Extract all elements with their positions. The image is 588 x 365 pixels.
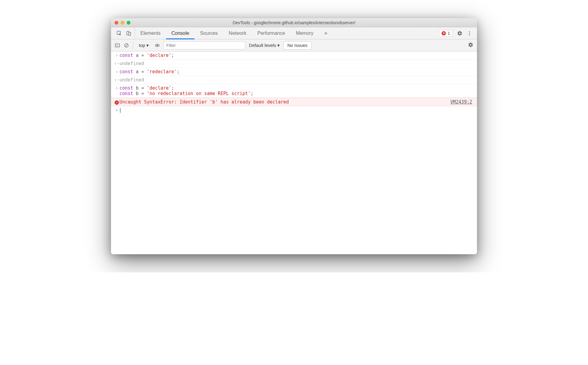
device-toggle-icon[interactable]: [126, 31, 132, 36]
tab-sources[interactable]: Sources: [194, 27, 223, 39]
svg-line-8: [125, 44, 128, 47]
console-row-error: ✕Uncaught SyntaxError: Identifier 'b' ha…: [111, 98, 477, 106]
svg-point-5: [469, 34, 470, 35]
traffic-lights: [111, 21, 130, 25]
live-expression-icon[interactable]: [155, 43, 160, 48]
titlebar: DevTools - googlechrome.github.io/sample…: [111, 18, 477, 27]
log-levels-selector[interactable]: Default levels ▾: [249, 43, 280, 48]
tabs-overflow-icon[interactable]: »: [319, 27, 333, 39]
devtools-window: DevTools - googlechrome.github.io/sample…: [111, 18, 477, 254]
console-row-input: ›const a = 'declare';: [111, 51, 477, 60]
svg-point-4: [469, 33, 470, 34]
svg-point-10: [157, 44, 158, 46]
console-row-input: ›const a = 'redeclare';: [111, 68, 477, 76]
tab-network[interactable]: Network: [223, 27, 252, 39]
chevron-down-icon: ▾: [277, 43, 280, 48]
tab-elements[interactable]: Elements: [135, 27, 166, 39]
error-icon: ✕: [115, 100, 119, 105]
console-body[interactable]: ›const a = 'declare';‹·undefined›const a…: [111, 51, 477, 254]
console-settings-icon[interactable]: [468, 42, 473, 48]
console-row-input: ›const b = 'declare'; const b = 'no rede…: [111, 84, 477, 98]
close-icon[interactable]: [115, 21, 118, 25]
settings-icon[interactable]: [457, 31, 462, 36]
maximize-icon[interactable]: [127, 21, 130, 25]
tab-list: Elements Console Sources Network Perform…: [135, 27, 333, 39]
levels-label: Default levels: [249, 43, 276, 48]
inspect-tools: [113, 27, 135, 39]
main-tabs: Elements Console Sources Network Perform…: [111, 27, 477, 39]
context-selector[interactable]: top ▾: [137, 41, 151, 50]
error-icon: ✕: [442, 31, 446, 35]
more-icon[interactable]: [467, 31, 472, 36]
console-toolbar: top ▾ Default levels ▾ No Issues: [111, 39, 477, 51]
tab-console[interactable]: Console: [166, 27, 195, 39]
chevron-down-icon: ▾: [146, 43, 149, 48]
clear-console-icon[interactable]: [124, 43, 129, 48]
error-badge[interactable]: ✕ 1: [439, 30, 453, 37]
svg-point-3: [469, 31, 470, 32]
window-title: DevTools - googlechrome.github.io/sample…: [111, 20, 477, 25]
tabs-right: ✕ 1: [439, 30, 475, 37]
inspect-element-icon[interactable]: [116, 31, 122, 36]
filter-input[interactable]: [164, 41, 245, 49]
error-source-link[interactable]: VM2439:2: [450, 99, 474, 105]
console-row-output: ‹·undefined: [111, 60, 477, 68]
error-count: 1: [448, 31, 450, 36]
context-label: top: [139, 43, 145, 48]
console-row-prompt: ›: [111, 106, 477, 114]
minimize-icon[interactable]: [121, 21, 124, 25]
issues-button[interactable]: No Issues: [283, 41, 312, 50]
tab-memory[interactable]: Memory: [290, 27, 319, 39]
svg-rect-2: [129, 32, 131, 35]
console-row-output: ‹·undefined: [111, 76, 477, 84]
sidebar-toggle-icon[interactable]: [115, 43, 120, 48]
tab-performance[interactable]: Performance: [252, 27, 291, 39]
